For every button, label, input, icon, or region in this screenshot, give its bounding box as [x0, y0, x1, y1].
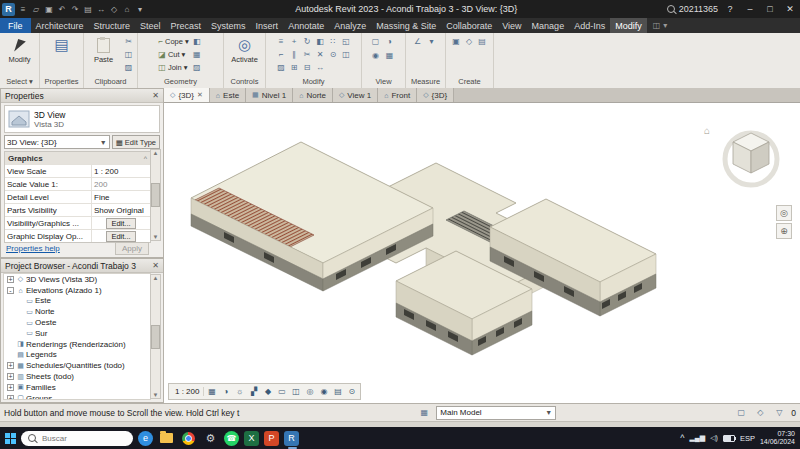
join-geometry-icon[interactable]: ▨: [191, 61, 203, 73]
scroll-down-icon[interactable]: ▼: [153, 392, 159, 398]
signed-in-user[interactable]: 20211365: [679, 4, 718, 14]
properties-toggle-button[interactable]: ▤: [45, 35, 79, 55]
parts-visibility-value[interactable]: Show Original: [92, 204, 150, 216]
visual-style-icon[interactable]: ◑: [219, 385, 232, 398]
measure-icon[interactable]: ↔: [95, 5, 107, 14]
powerpoint-app-icon[interactable]: P: [264, 431, 279, 446]
ribbon-tab-steel[interactable]: Steel: [135, 18, 166, 33]
apply-button[interactable]: Apply: [115, 242, 149, 255]
tree-item-norte[interactable]: ▭ Norte: [4, 306, 150, 317]
tree-item-groups[interactable]: + ▢ Groups: [4, 393, 150, 400]
taskbar-search-input[interactable]: [40, 433, 114, 444]
worksets-icon[interactable]: ▦: [417, 406, 431, 420]
view-tab-este[interactable]: ⌂ Este: [210, 88, 246, 102]
settings-app-icon[interactable]: ⚙: [202, 430, 219, 447]
properties-close-icon[interactable]: ✕: [152, 91, 159, 100]
panel-label-clipboard[interactable]: Clipboard: [84, 77, 137, 88]
ribbon-tab-precast[interactable]: Precast: [166, 18, 207, 33]
start-button[interactable]: [5, 433, 16, 444]
cut-geometry-icon[interactable]: ▦: [191, 48, 203, 60]
measure-caret-icon[interactable]: ▾: [426, 35, 438, 47]
unjoin-icon[interactable]: ⊟: [301, 61, 314, 74]
type-selector-combo[interactable]: 3D View: {3D} ▼: [4, 135, 110, 149]
selection-filter-icon[interactable]: ▽: [772, 406, 786, 420]
panel-label-measure[interactable]: Measure: [406, 77, 445, 88]
create-similar-icon[interactable]: ◇: [463, 35, 475, 47]
ribbon-tab-systems[interactable]: Systems: [206, 18, 251, 33]
ribbon-tab-add-ins[interactable]: Add-Ins: [569, 18, 610, 33]
zoom-icon[interactable]: ⊕: [776, 223, 792, 239]
browser-scrollbar[interactable]: ▲ ▼: [150, 274, 161, 399]
chrome-app-icon[interactable]: [180, 430, 197, 447]
ribbon-tab-view[interactable]: View: [497, 18, 526, 33]
minimize-button[interactable]: –: [742, 4, 758, 14]
expander-icon[interactable]: +: [7, 362, 14, 369]
split-icon[interactable]: ✂: [301, 48, 314, 61]
tray-overflow-icon[interactable]: ^: [680, 433, 684, 443]
tag-icon[interactable]: ◇: [108, 5, 120, 14]
switch-windows-icon[interactable]: ◫: [653, 21, 661, 30]
panel-label-select[interactable]: Select ▾: [0, 77, 39, 88]
editable-only-icon[interactable]: ▢: [734, 406, 748, 420]
tree-item-schedules[interactable]: + ▦ Schedules/Quantities (todo): [4, 360, 150, 371]
expander-icon[interactable]: +: [7, 276, 14, 283]
panel-label-create[interactable]: Create: [446, 77, 493, 88]
properties-help-link[interactable]: Properties help: [6, 244, 60, 253]
view-scale-control[interactable]: 1 : 200: [171, 387, 204, 396]
properties-scrollbar[interactable]: ▲ ▼: [150, 149, 161, 241]
hide-elements-icon[interactable]: ▢: [370, 35, 382, 47]
panel-label-view[interactable]: View: [362, 77, 405, 88]
scroll-up-icon[interactable]: ▲: [153, 150, 159, 156]
view-tab-view-1[interactable]: ◇ View 1: [333, 88, 378, 102]
qat-customize-icon[interactable]: ▾: [134, 5, 146, 14]
rendering-dialog-icon[interactable]: ◆: [261, 385, 274, 398]
revit-app-taskbar-icon[interactable]: R: [284, 431, 299, 446]
align-icon[interactable]: ≡: [275, 35, 288, 48]
paste-button[interactable]: Paste: [87, 35, 121, 64]
expander-icon[interactable]: +: [7, 395, 14, 400]
move-icon[interactable]: +: [288, 35, 301, 48]
cope-button[interactable]: ⌐ Cope▾: [158, 35, 188, 47]
close-view-icon[interactable]: ✕: [197, 91, 203, 99]
tree-item-oeste[interactable]: ▭ Oeste: [4, 317, 150, 328]
battery-icon[interactable]: [723, 435, 735, 442]
scale-icon[interactable]: ◱: [340, 35, 353, 48]
group-header-graphics[interactable]: Graphics ^: [5, 152, 150, 164]
delete-icon[interactable]: ✕: [314, 48, 327, 61]
view-scale-value[interactable]: 1 : 200: [92, 165, 150, 177]
copy-element-icon[interactable]: ◫: [340, 48, 353, 61]
viewcube[interactable]: [716, 119, 786, 197]
ribbon-tab-analyze[interactable]: Analyze: [329, 18, 371, 33]
ribbon-tab-file[interactable]: File: [0, 18, 31, 33]
file-explorer-app-icon[interactable]: [158, 430, 175, 447]
cut-icon[interactable]: ✂: [123, 35, 135, 47]
array-icon[interactable]: ∷: [327, 35, 340, 48]
detail-level-icon[interactable]: ▦: [205, 385, 218, 398]
sun-path-icon[interactable]: ☼: [233, 385, 246, 398]
temporary-view-properties-icon[interactable]: ▤: [331, 385, 344, 398]
volume-icon[interactable]: ◁): [710, 434, 718, 442]
redo-icon[interactable]: ↷: [69, 5, 81, 14]
panel-label-properties[interactable]: Properties: [40, 77, 83, 88]
viewcube-home-icon[interactable]: ⌂: [704, 125, 710, 136]
expander-icon[interactable]: -: [7, 287, 14, 294]
whatsapp-app-icon[interactable]: ☎: [224, 431, 239, 446]
graphic-display-edit-button[interactable]: Edit...: [106, 231, 135, 242]
analytical-model-icon[interactable]: ⊙: [345, 385, 358, 398]
tree-item-este[interactable]: ▭ Este: [4, 296, 150, 307]
taskbar-clock[interactable]: 07:30 14/06/2024: [760, 430, 795, 446]
ribbon-tab-modify[interactable]: Modify: [610, 18, 647, 33]
view-tab-3d[interactable]: ◇ {3D} ✕: [164, 88, 210, 102]
reveal-hidden-elements-icon[interactable]: ◉: [317, 385, 330, 398]
edit-type-button[interactable]: ▦ Edit Type: [112, 135, 160, 149]
linework-icon[interactable]: ▦: [384, 49, 396, 61]
expander-icon[interactable]: +: [7, 373, 14, 380]
activate-controls-button[interactable]: ◎ Activate: [228, 35, 262, 64]
ribbon-tab-massing-site[interactable]: Massing & Site: [371, 18, 441, 33]
override-graphics-icon[interactable]: ◑: [384, 35, 396, 47]
wall-joins-icon[interactable]: ↔: [314, 61, 327, 74]
ribbon-tab-architecture[interactable]: Architecture: [31, 18, 89, 33]
app-menu-icon[interactable]: ≡: [17, 5, 29, 14]
scroll-up-icon[interactable]: ▲: [153, 275, 159, 281]
match-type-icon[interactable]: ▨: [123, 61, 135, 73]
